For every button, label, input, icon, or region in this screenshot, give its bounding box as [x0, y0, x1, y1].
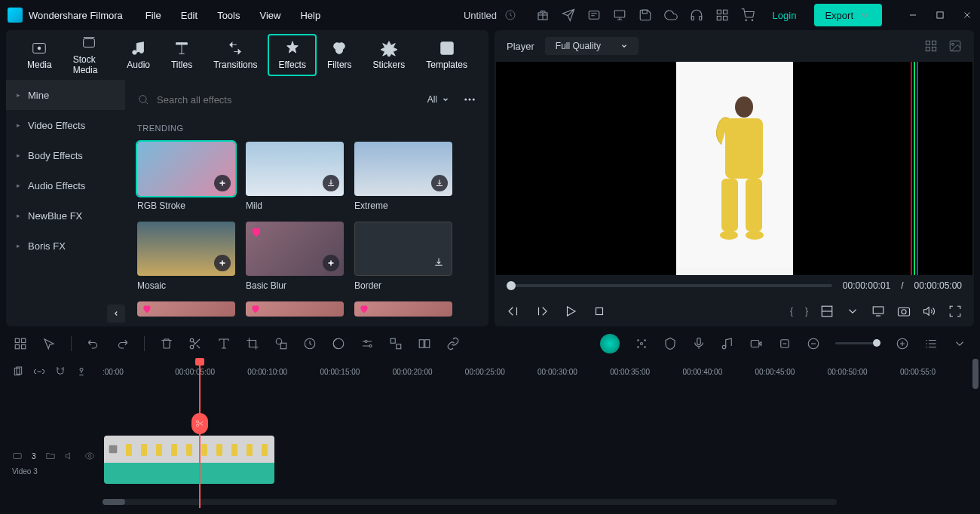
effect-card[interactable]: Border	[354, 222, 452, 291]
monitor-icon[interactable]	[871, 304, 885, 318]
group-icon[interactable]	[389, 337, 403, 350]
volume-icon[interactable]	[923, 304, 936, 318]
sidebar-item-boris-fx[interactable]: Boris FX	[6, 231, 125, 261]
ai-assistant-icon[interactable]	[600, 334, 620, 353]
cut-icon[interactable]	[188, 337, 202, 350]
download-icon[interactable]	[430, 254, 447, 271]
shield-icon[interactable]	[663, 337, 677, 350]
camera-icon[interactable]	[897, 304, 911, 318]
marker-icon[interactable]	[778, 337, 792, 350]
vertical-scrollbar[interactable]	[972, 359, 978, 389]
effect-card[interactable]	[354, 301, 452, 317]
fullscreen-icon[interactable]	[948, 304, 962, 318]
layout-icon[interactable]	[820, 304, 834, 318]
menu-tools[interactable]: Tools	[217, 10, 240, 21]
grid-icon[interactable]	[14, 337, 27, 350]
collapse-sidebar-button[interactable]	[107, 304, 125, 323]
send-icon[interactable]	[562, 8, 575, 22]
sidebar-item-newblue-fx[interactable]: NewBlue FX	[6, 200, 125, 231]
track-visible-icon[interactable]	[84, 451, 95, 461]
undo-icon[interactable]	[87, 337, 100, 350]
download-icon[interactable]	[431, 175, 448, 191]
gift-icon[interactable]	[536, 8, 550, 22]
playhead[interactable]	[199, 360, 201, 508]
sidebar-item-body-effects[interactable]: Body Effects	[6, 140, 125, 170]
timeline-ruler[interactable]: :00:00 00:00:05:00 00:00:10:00 00:00:15:…	[103, 368, 972, 390]
zoom-slider[interactable]	[835, 342, 880, 344]
effect-card[interactable]: Extreme	[354, 142, 452, 211]
crop-icon[interactable]	[246, 337, 259, 350]
effect-card[interactable]: Mosaic	[137, 222, 235, 291]
more-icon[interactable]	[463, 93, 476, 106]
timeline-auto-icon[interactable]	[75, 366, 87, 378]
menu-file[interactable]: File	[145, 10, 161, 21]
brace-close[interactable]: }	[805, 306, 808, 317]
message-icon[interactable]	[587, 8, 601, 22]
cloud-icon[interactable]	[664, 8, 678, 22]
apps-icon[interactable]	[715, 8, 729, 22]
tab-media[interactable]: Media	[17, 34, 63, 76]
menu-help[interactable]: Help	[300, 10, 320, 21]
tab-transitions[interactable]: Transitions	[203, 34, 268, 76]
menu-view[interactable]: View	[259, 10, 280, 21]
effect-card[interactable]: RGB Stroke	[137, 142, 235, 211]
timeline-magnet-icon[interactable]	[54, 366, 66, 378]
color-icon[interactable]	[332, 337, 345, 350]
desktop-icon[interactable]	[613, 8, 626, 22]
cart-icon[interactable]	[741, 8, 755, 22]
add-icon[interactable]	[323, 255, 339, 271]
play-icon[interactable]	[564, 304, 577, 318]
tab-audio[interactable]: Audio	[116, 34, 161, 76]
delete-icon[interactable]	[160, 337, 173, 350]
login-link[interactable]: Login	[767, 7, 803, 24]
record-icon[interactable]	[749, 337, 763, 350]
grid-view-icon[interactable]	[924, 39, 938, 53]
effect-card[interactable]: Basic Blur	[246, 222, 344, 291]
add-icon[interactable]	[214, 175, 231, 191]
save-icon[interactable]	[639, 8, 652, 22]
video-clip[interactable]	[104, 436, 274, 484]
zoom-in-icon[interactable]	[896, 337, 909, 350]
zoom-out-icon[interactable]	[807, 337, 820, 350]
track-type-icon[interactable]	[12, 451, 23, 461]
mic-icon[interactable]	[692, 337, 706, 350]
maximize-icon[interactable]	[935, 10, 945, 20]
download-icon[interactable]	[323, 175, 339, 191]
split-icon[interactable]	[418, 337, 431, 350]
menu-edit[interactable]: Edit	[181, 10, 198, 21]
image-icon[interactable]	[948, 39, 962, 53]
track-mute-icon[interactable]	[65, 451, 75, 461]
search-input[interactable]	[157, 94, 414, 106]
prev-frame-icon[interactable]	[507, 304, 520, 318]
link-icon[interactable]	[446, 337, 460, 350]
brace-open[interactable]: {	[790, 306, 793, 317]
add-icon[interactable]	[214, 255, 231, 271]
quality-dropdown[interactable]: Full Quality	[545, 37, 639, 55]
effect-card[interactable]	[246, 301, 344, 317]
horizontal-scrollbar[interactable]	[103, 499, 837, 505]
tab-filters[interactable]: Filters	[317, 34, 363, 76]
sidebar-item-video-effects[interactable]: Video Effects	[6, 110, 125, 140]
cut-marker-icon[interactable]	[191, 413, 208, 434]
timeline-copy-icon[interactable]	[12, 366, 24, 378]
shape-icon[interactable]	[274, 337, 288, 350]
tab-titles[interactable]: Titles	[161, 34, 203, 76]
tab-effects[interactable]: Effects	[268, 34, 316, 76]
export-button[interactable]: Export	[814, 4, 882, 26]
text-icon[interactable]	[217, 337, 231, 350]
effect-card[interactable]: Mild	[246, 142, 344, 211]
track-folder-icon[interactable]	[45, 451, 56, 461]
scrub-slider[interactable]	[507, 284, 832, 287]
adjust-icon[interactable]	[360, 337, 374, 350]
speed-icon[interactable]	[303, 337, 317, 350]
stop-icon[interactable]	[593, 304, 606, 318]
audio-icon[interactable]	[721, 337, 734, 350]
tab-templates[interactable]: Templates	[415, 34, 478, 76]
sidebar-item-audio-effects[interactable]: Audio Effects	[6, 170, 125, 200]
close-icon[interactable]	[962, 10, 972, 20]
headphones-icon[interactable]	[690, 8, 703, 22]
tab-stickers[interactable]: Stickers	[363, 34, 416, 76]
chevron-down-icon[interactable]	[953, 337, 966, 350]
cloud-sync-icon[interactable]	[504, 9, 516, 21]
next-frame-icon[interactable]	[535, 304, 549, 318]
